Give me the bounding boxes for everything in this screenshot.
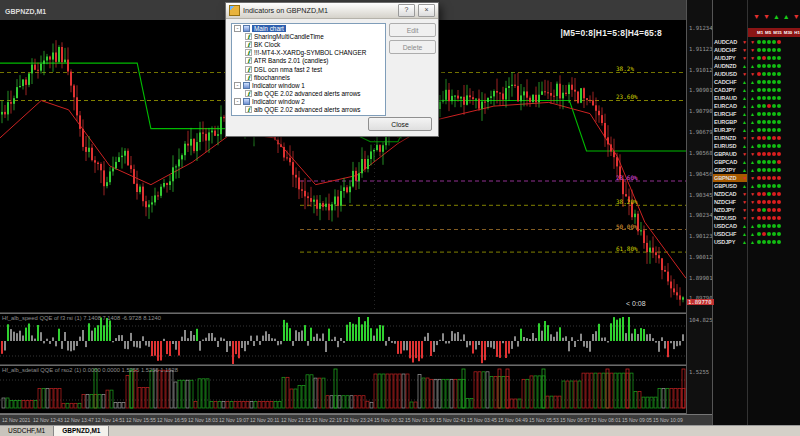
- tree-indicator-row[interactable]: falb QQE 2.02 advanced alerts arrows: [232, 106, 385, 114]
- symbol-row-eurusd[interactable]: EURUSD▲: [713, 142, 748, 150]
- delete-button[interactable]: Delete: [389, 40, 436, 54]
- symbol-row-audjpy[interactable]: AUDJPY▼: [713, 54, 748, 62]
- symbol-row-eurgbp[interactable]: EURGBP▲: [713, 118, 748, 126]
- up-arrow-icon: ▲: [750, 104, 756, 109]
- signal-dot-icon: [767, 144, 771, 148]
- tree-indicator-row[interactable]: ffibochannels: [232, 73, 385, 81]
- symbol-row-euraud[interactable]: EURAUD▲: [713, 94, 748, 102]
- tree-indicator-label: !!!-MT4-X-XARDg-SYMBOL CHANGER: [254, 49, 366, 56]
- time-axis-label: 12 Nov 21:15: [281, 417, 311, 423]
- symbol-row-gbpaud[interactable]: GBPAUD▼: [713, 150, 748, 158]
- symbol-row-eurcad[interactable]: EURCAD▲: [713, 102, 748, 110]
- symbol-row-nzdusd[interactable]: NZDUSD▼: [713, 214, 748, 222]
- indicator-window-2[interactable]: Hf_alb_sdetail QQE of rso2 (1) 0.0000 0.…: [0, 366, 686, 413]
- dashboard-row-nzdusd: ▼: [748, 214, 800, 222]
- symbol-row-cadjpy[interactable]: CADJPY▲: [713, 86, 748, 94]
- signal-dot-icon: [762, 112, 766, 116]
- signal-dot-icon: [762, 64, 766, 68]
- tree-group-row[interactable]: -Indicator window 1: [232, 81, 385, 89]
- indicators-list-icon: [229, 5, 240, 16]
- edit-button[interactable]: Edit: [389, 23, 436, 37]
- symbol-row-audusd[interactable]: AUDUSD▼: [713, 70, 748, 78]
- symbol-row-usdchf[interactable]: USDCHF▲: [713, 230, 748, 238]
- symbol-row-nzdjpy[interactable]: NZDJPY▼: [713, 206, 748, 214]
- window-divider[interactable]: [0, 365, 712, 366]
- tree-group-label: Main chart: [252, 25, 286, 32]
- qqe-histogram-2: [0, 366, 686, 413]
- timeframe-column-header: M1: [757, 30, 763, 35]
- signal-dot-icon: [767, 72, 771, 76]
- indicator-function-icon: f: [245, 74, 252, 81]
- symbol-row-gbpusd[interactable]: GBPUSD▲: [713, 182, 748, 190]
- up-arrow-icon: ▲: [783, 13, 790, 20]
- symbol-row-usdjpy[interactable]: USDJPY▲: [713, 238, 748, 246]
- tree-indicator-row[interactable]: fDSL ocn nma fast 2 test: [232, 65, 385, 73]
- tree-expander-icon[interactable]: -: [234, 25, 241, 32]
- price-axis[interactable]: 1.89770 1.912341.911231.910121.909011.90…: [686, 0, 713, 414]
- tree-indicator-row[interactable]: fSharingMultiCandleTime: [232, 32, 385, 40]
- dashboard-row-usdchf: ▲: [748, 230, 800, 238]
- tree-indicator-row[interactable]: falb QQE 2.02 advanced alerts arrows: [232, 90, 385, 98]
- signal-dot-icon: [762, 104, 766, 108]
- dialog-titlebar[interactable]: Indicators on GBPNZD,M1 ? ×: [226, 3, 438, 19]
- symbol-row-audnzd[interactable]: AUDNZD▲: [713, 62, 748, 70]
- symbol-row-gbpnzd[interactable]: GBPNZD▼: [713, 174, 748, 182]
- tree-expander-icon[interactable]: -: [234, 82, 241, 89]
- signal-dot-icon: [757, 232, 761, 236]
- symbol-row-audchf[interactable]: AUDCHF▼: [713, 46, 748, 54]
- signal-dot-icon: [762, 184, 766, 188]
- symbol-name: AUDJPY: [714, 55, 736, 61]
- symbol-row-eurnzd[interactable]: EURNZD▼: [713, 134, 748, 142]
- dashboard-row-usdcad: ▲: [748, 222, 800, 230]
- window-divider[interactable]: [0, 313, 712, 314]
- symbol-row-gbpjpy[interactable]: GBPJPY▲: [713, 166, 748, 174]
- symbol-name: EURCAD: [714, 103, 737, 109]
- time-axis-label: 15 Nov 06:57: [560, 417, 590, 423]
- tree-indicator-row[interactable]: f!!!-MT4-X-XARDg-SYMBOL CHANGER: [232, 49, 385, 57]
- signal-dot-icon: [757, 240, 761, 244]
- time-axis-label: 12 Nov 2021: [2, 417, 30, 423]
- signal-dot-icon: [757, 176, 761, 180]
- symbol-row-audcad[interactable]: AUDCAD▼: [713, 38, 748, 46]
- signal-dot-icon: [777, 160, 781, 164]
- signal-dot-icon: [767, 224, 771, 228]
- tree-group-row[interactable]: -Main chart: [232, 24, 385, 32]
- timeframe-column-header: M15: [773, 30, 782, 35]
- down-arrow-icon: ▼: [750, 136, 756, 141]
- tree-indicator-label: DSL ocn nma fast 2 test: [254, 66, 322, 73]
- candle-countdown: < 0:08: [626, 300, 646, 307]
- symbol-row-eurjpy[interactable]: EURJPY▲: [713, 126, 748, 134]
- symbol-row-eurchf[interactable]: EURCHF▲: [713, 110, 748, 118]
- down-arrow-icon: ▼: [750, 192, 756, 197]
- signal-dot-icon: [772, 64, 776, 68]
- help-icon[interactable]: ?: [398, 4, 415, 17]
- close-icon[interactable]: ×: [418, 4, 435, 17]
- signal-dot-icon: [762, 40, 766, 44]
- indicator-function-icon: f: [245, 49, 252, 56]
- chart-tab-usdchf-m1[interactable]: USDCHF,M1: [0, 426, 54, 436]
- up-arrow-icon: ▲: [750, 120, 756, 125]
- tree-expander-icon[interactable]: -: [234, 98, 241, 105]
- tree-group-row[interactable]: -Indicator window 2: [232, 98, 385, 106]
- tree-indicator-row[interactable]: fBK Clock: [232, 40, 385, 48]
- symbol-row-gbpcad[interactable]: GBPCAD▲: [713, 158, 748, 166]
- signal-dot-icon: [777, 72, 781, 76]
- close-button[interactable]: Close: [368, 117, 432, 131]
- indicator-window-1[interactable]: Hf_alb_speed QQE of f3 rsi (1) 7.1408 7.…: [0, 314, 686, 364]
- signal-dot-icon: [767, 232, 771, 236]
- price-axis-label: 1.90345: [689, 192, 713, 198]
- price-axis-label: 1.90901: [689, 87, 713, 93]
- timeframe-stats-overlay: |M5=0:8|H1=5:8|H4=65:8: [560, 28, 662, 38]
- symbol-row-cadchf[interactable]: CADCHF▲: [713, 78, 748, 86]
- symbol-row-nzdchf[interactable]: NZDCHF▼: [713, 198, 748, 206]
- dashboard-row-eurjpy: ▲: [748, 126, 800, 134]
- down-arrow-icon: ▼: [750, 56, 756, 61]
- signal-dot-icon: [762, 160, 766, 164]
- tree-indicator-row[interactable]: fATR Bands 2.01 (candles): [232, 57, 385, 65]
- chart-tab-gbpnzd-m1[interactable]: GBPNZD,M1: [54, 426, 109, 436]
- indicator-tree[interactable]: -Main chartfSharingMultiCandleTimefBK Cl…: [231, 23, 386, 116]
- indicator-function-icon: f: [245, 33, 252, 40]
- fib-level-label: 23.60%: [616, 174, 638, 181]
- symbol-row-usdcad[interactable]: USDCAD▲: [713, 222, 748, 230]
- symbol-row-nzdcad[interactable]: NZDCAD▼: [713, 190, 748, 198]
